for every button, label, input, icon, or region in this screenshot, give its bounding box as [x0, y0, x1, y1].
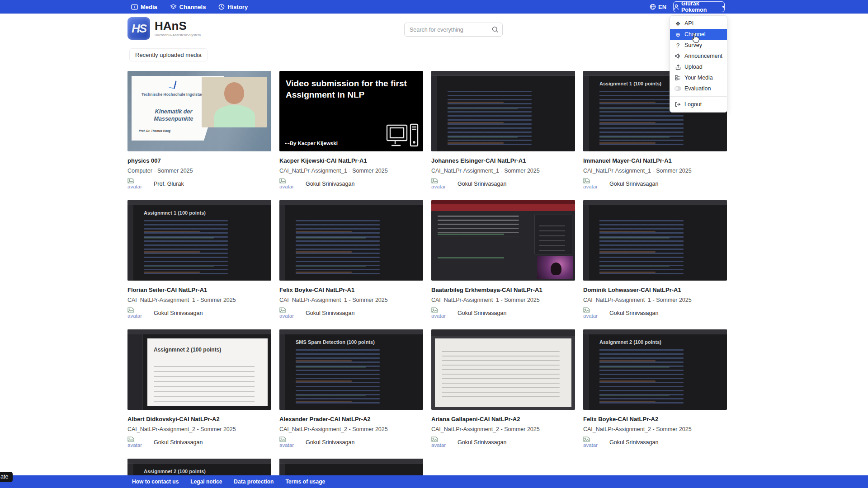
author-name: Gokul Srinivasagan: [306, 181, 354, 187]
card-title: Alexander Prader-CAI NatLPr-A2: [279, 416, 423, 422]
avatar: avatar: [279, 178, 297, 189]
thumb-window-bar: [279, 200, 423, 205]
nav-item-history[interactable]: History: [218, 4, 248, 10]
search-input[interactable]: [404, 23, 503, 37]
menu-item-label: Survey: [684, 42, 702, 48]
checklist-icon: [675, 75, 681, 80]
thumb-window-bar: [431, 71, 575, 76]
thumb-heading-text: Assignmnet 2 (100 points): [154, 347, 221, 353]
media-card[interactable]: Ariana Gallapeni-CAI NatLPr-A2 CAI_NatLP…: [431, 329, 575, 450]
nav-item-media[interactable]: Media: [131, 4, 157, 10]
nav-links: Media Channels History: [131, 0, 248, 14]
menu-item-label: Evaluation: [684, 85, 711, 92]
avatar-alt-text: avatar: [583, 313, 598, 319]
app-logo[interactable]: HS HAnS Hochschul-Assistenz-System: [127, 17, 201, 40]
avatar: avatar: [431, 307, 449, 319]
footer-link-contact[interactable]: How to contact us: [132, 479, 179, 485]
video-thumbnail[interactable]: [583, 200, 727, 281]
video-thumbnail[interactable]: Assignmnet 1 (100 points): [127, 200, 271, 281]
card-subtitle: CAI_NatLPr-Assignment_2 - Sommer 2025: [127, 426, 271, 432]
card-author-row: avatar Gokul Srinivasagan: [279, 178, 423, 189]
history-icon: [218, 4, 225, 10]
broken-image-icon: [127, 436, 134, 442]
menu-item-channel[interactable]: ⊕ Channel: [670, 29, 727, 40]
media-icon: [131, 4, 138, 10]
user-name: Glurak Pokemon: [681, 0, 720, 13]
thumb-activity-bar: [279, 334, 285, 410]
menu-item-label: Your Media: [684, 75, 713, 81]
author-name: Gokul Srinivasagan: [458, 181, 506, 187]
nav-item-label: Channels: [179, 4, 206, 10]
video-thumbnail[interactable]: [431, 71, 575, 151]
user-menu-button[interactable]: Glurak Pokemon ▾: [673, 1, 725, 12]
logo-texts: HAnS Hochschul-Assistenz-System: [155, 17, 201, 37]
language-selector[interactable]: EN: [650, 0, 666, 14]
broken-image-icon: [279, 436, 286, 442]
media-card[interactable]: Dominik Lohwasser-CAI NatLPr-A1 CAI_NatL…: [583, 200, 727, 321]
avatar-alt-text: avatar: [127, 313, 142, 319]
card-author-row: avatar Gokul Srinivasagan: [431, 307, 575, 319]
media-card[interactable]: Felix Boyke-CAI NatLPr-A1 CAI_NatLPr-Ass…: [279, 200, 423, 321]
media-card[interactable]: Assignmnet 1 (100 points) Florian Seiler…: [127, 200, 271, 321]
thumb-window-bar: [583, 200, 727, 205]
media-card[interactable]: Assignmnet 2 (100 points) Albert Didkovs…: [127, 329, 271, 450]
nav-item-label: Media: [141, 4, 157, 10]
media-card[interactable]: Johannes Elsinger-CAI NatLPr-A1 CAI_NatL…: [431, 71, 575, 192]
video-thumbnail[interactable]: Technische Hochschule Ingolstadt Kinemat…: [127, 71, 271, 151]
footer-link-terms[interactable]: Terms of usage: [285, 479, 325, 485]
media-card[interactable]: Baatarbileg Erkhembaya-CAI NatLPr-A1 CAI…: [431, 200, 575, 321]
broken-image-icon: [279, 307, 286, 313]
thumb-byline-text: •~By Kacper Kijewski: [285, 141, 338, 146]
author-name: Gokul Srinivasagan: [154, 310, 203, 316]
megaphone-icon: [675, 53, 681, 59]
menu-item-upload[interactable]: Upload: [670, 61, 727, 72]
menu-item-announcement[interactable]: Announcement: [670, 51, 727, 61]
video-thumbnail[interactable]: Assignmnet 2 (100 points): [583, 329, 727, 410]
thumb-window-bar: [127, 459, 271, 464]
thumb-files-panel: [534, 215, 572, 254]
menu-item-logout[interactable]: Logout: [670, 99, 727, 110]
nav-item-channels[interactable]: Channels: [170, 4, 206, 10]
menu-item-evaluation[interactable]: Evaluation: [670, 83, 727, 94]
menu-item-your-media[interactable]: Your Media: [670, 72, 727, 83]
footer-bar: How to contact us Legal notice Data prot…: [0, 475, 868, 488]
thumb-slide-title: Kinematik der Massenpunkte: [140, 108, 208, 122]
toggle-icon: [675, 86, 681, 91]
search-icon[interactable]: [492, 26, 499, 33]
app-name: HAnS: [155, 20, 201, 32]
menu-item-survey[interactable]: ? Survey: [670, 40, 727, 51]
media-card[interactable]: SMS Spam Detection (100 points) Alexande…: [279, 329, 423, 450]
media-card[interactable]: Video submission for the first Assignmen…: [279, 71, 423, 192]
avatar-alt-text: avatar: [431, 184, 446, 189]
card-author-row: avatar Gokul Srinivasagan: [583, 307, 727, 319]
media-card[interactable]: Technische Hochschule Ingolstadt Kinemat…: [127, 71, 271, 192]
video-thumbnail[interactable]: [279, 200, 423, 281]
media-card[interactable]: Assignmnet 2 (100 points) Felix Boyke-CA…: [583, 329, 727, 450]
thumb-code-area: [144, 220, 260, 275]
search-bar: [404, 23, 503, 37]
card-author-row: avatar Gokul Srinivasagan: [431, 436, 575, 448]
video-thumbnail[interactable]: [431, 329, 575, 410]
card-subtitle: CAI_NatLPr-Assignment_1 - Sommer 2025: [279, 297, 423, 303]
footer-link-legal[interactable]: Legal notice: [190, 479, 222, 485]
avatar: avatar: [127, 436, 146, 448]
person-icon: [674, 4, 679, 10]
video-thumbnail[interactable]: [431, 200, 575, 281]
thumb-heading-text: SMS Spam Detection (100 points): [296, 339, 375, 345]
footer-link-data-protection[interactable]: Data protection: [234, 479, 274, 485]
card-author-row: avatar Gokul Srinivasagan: [583, 436, 727, 448]
thumb-window-bar: [431, 200, 575, 211]
video-thumbnail[interactable]: Video submission for the first Assignmen…: [279, 71, 423, 151]
thumb-window-bar: [279, 459, 423, 464]
thumb-window-bar: [583, 329, 727, 334]
author-name: Gokul Srinivasagan: [306, 310, 354, 316]
card-title: Felix Boyke-CAI NatLPr-A2: [583, 416, 727, 422]
thumb-document-page: [435, 338, 571, 407]
card-subtitle: CAI_NatLPr-Assignment_1 - Sommer 2025: [583, 168, 727, 174]
thumb-heading-text: Assignmnet 2 (100 points): [599, 339, 661, 345]
video-thumbnail[interactable]: Assignmnet 2 (100 points): [127, 329, 271, 410]
menu-item-api[interactable]: ❖ API: [670, 18, 727, 29]
card-title: physics 007: [127, 157, 271, 164]
video-thumbnail[interactable]: SMS Spam Detection (100 points): [279, 329, 423, 410]
thumb-heading-text: Video submission for the first Assignmen…: [286, 78, 408, 100]
